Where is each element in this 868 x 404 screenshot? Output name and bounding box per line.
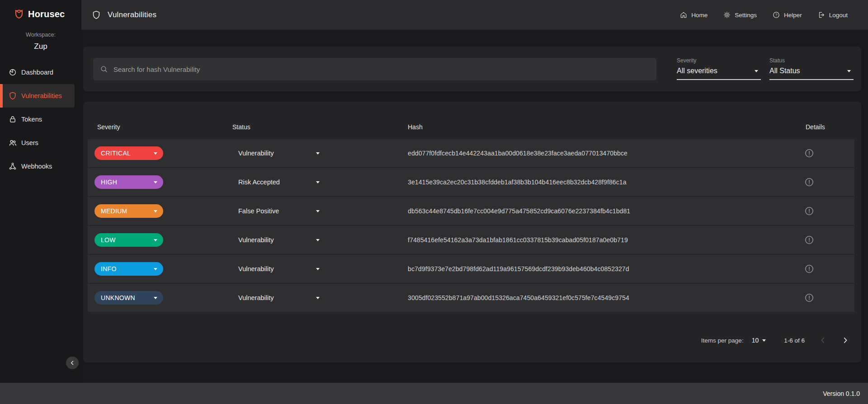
chevron-left-icon xyxy=(68,359,76,367)
details-icon[interactable] xyxy=(804,293,814,303)
table-body: CRITICAL Vulnerability edd077f0fdfcecb14… xyxy=(88,139,854,313)
sidebar-item-webhooks[interactable]: Webhooks xyxy=(0,155,81,178)
chevron-down-icon xyxy=(154,268,157,270)
chevron-down-icon xyxy=(316,181,320,183)
sidebar-item-label: Webhooks xyxy=(21,163,52,170)
helper-button[interactable]: ? Helper xyxy=(772,11,802,19)
details-icon[interactable] xyxy=(804,206,814,216)
page-title: Vulnerabilities xyxy=(108,10,156,19)
horusec-logo-icon xyxy=(13,8,25,20)
items-per-page-value: 10 xyxy=(752,337,759,344)
severity-badge-dropdown[interactable]: MEDIUM xyxy=(94,204,163,218)
status-dropdown[interactable]: False Positive xyxy=(238,197,320,225)
severity-badge-dropdown[interactable]: HIGH xyxy=(94,175,163,189)
sidebar-item-label: Vulnerabilities xyxy=(21,92,62,99)
severity-label: UNKNOWN xyxy=(101,294,135,301)
chevron-down-icon xyxy=(154,210,157,212)
status-label: Risk Accepted xyxy=(238,179,280,186)
severity-label: CRITICAL xyxy=(101,150,131,157)
status-dropdown[interactable]: Vulnerability xyxy=(238,226,320,254)
status-filter-label: Status xyxy=(769,57,854,64)
severity-badge-dropdown[interactable]: CRITICAL xyxy=(94,146,163,160)
severity-label: HIGH xyxy=(101,179,117,186)
app-logo: Horusec xyxy=(13,8,65,20)
details-icon[interactable] xyxy=(804,235,814,245)
filter-panel: Severity All severities Status All Statu… xyxy=(83,47,861,91)
severity-filter-select[interactable]: Severity All severities xyxy=(677,57,761,80)
search-box xyxy=(93,58,656,80)
status-dropdown[interactable]: Vulnerability xyxy=(238,255,320,283)
chevron-down-icon xyxy=(316,297,320,299)
version-label: Version 0.1.0 xyxy=(823,390,860,397)
topbar: Vulnerabilities Home Settings ? Helper L… xyxy=(81,0,868,30)
settings-button[interactable]: Settings xyxy=(723,11,757,19)
lock-icon xyxy=(8,115,21,124)
column-header-details: Details xyxy=(806,123,825,131)
details-icon[interactable] xyxy=(804,177,814,187)
chevron-down-icon xyxy=(762,339,766,342)
severity-label: LOW xyxy=(101,236,116,244)
vulnerability-hash: 3005df023552b871a97ab00d15326aca7450a645… xyxy=(408,284,629,312)
severity-filter-value: All severities xyxy=(677,67,717,75)
sidebar-collapse-button[interactable] xyxy=(66,357,79,369)
search-icon xyxy=(100,65,108,74)
severity-badge-dropdown[interactable]: UNKNOWN xyxy=(94,291,163,305)
column-header-status: Status xyxy=(232,123,250,131)
status-label: False Positive xyxy=(238,207,279,215)
help-icon: ? xyxy=(772,11,780,19)
home-label: Home xyxy=(691,12,708,19)
status-dropdown[interactable]: Risk Accepted xyxy=(238,168,320,196)
chevron-left-icon xyxy=(818,336,827,345)
items-per-page-select[interactable]: 10 xyxy=(752,337,769,344)
shield-icon xyxy=(8,91,21,100)
logout-button[interactable]: Logout xyxy=(817,11,848,19)
logout-label: Logout xyxy=(829,12,848,19)
status-filter-value: All Status xyxy=(769,67,800,75)
status-dropdown[interactable]: Vulnerability xyxy=(238,139,320,167)
table-row: HIGH Risk Accepted 3e1415e39ca2ec20c31b3… xyxy=(88,168,854,196)
table-row: UNKNOWN Vulnerability 3005df023552b871a9… xyxy=(88,284,854,312)
shield-icon xyxy=(91,10,101,20)
status-label: Vulnerability xyxy=(238,150,274,157)
chevron-down-icon xyxy=(154,181,157,183)
severity-badge-dropdown[interactable]: LOW xyxy=(94,233,163,247)
items-per-page-label: Items per page: xyxy=(701,337,744,344)
column-header-severity: Severity xyxy=(97,123,120,131)
sidebar-item-tokens[interactable]: Tokens xyxy=(0,108,81,131)
previous-page-button[interactable] xyxy=(818,336,827,345)
helper-label: Helper xyxy=(784,12,802,19)
chevron-down-icon xyxy=(755,70,758,72)
status-dropdown[interactable]: Vulnerability xyxy=(238,284,320,312)
footer: Version 0.1.0 xyxy=(0,383,868,404)
home-button[interactable]: Home xyxy=(679,11,708,19)
vulnerability-hash: 3e1415e39ca2ec20c31b38cfddeb1af38b3b104b… xyxy=(408,168,627,196)
severity-label: INFO xyxy=(101,265,117,272)
table-row: MEDIUM False Positive db563c44e8745db16f… xyxy=(88,197,854,225)
status-label: Vulnerability xyxy=(238,294,274,301)
gear-icon xyxy=(723,11,731,19)
vulnerabilities-table: Severity Status Hash Details CRITICAL Vu… xyxy=(83,102,861,362)
settings-label: Settings xyxy=(735,12,757,19)
search-input[interactable] xyxy=(113,66,656,73)
table-row: CRITICAL Vulnerability edd077f0fdfcecb14… xyxy=(88,139,854,167)
severity-label: MEDIUM xyxy=(101,207,127,215)
chevron-down-icon xyxy=(316,239,320,241)
status-filter-select[interactable]: Status All Status xyxy=(769,57,854,80)
sidebar-nav: Dashboard Vulnerabilities Tokens Users W… xyxy=(0,61,81,178)
vulnerability-hash: edd077f0fdfcecb14e442243aa1ba00d0618e38e… xyxy=(408,139,627,167)
severity-badge-dropdown[interactable]: INFO xyxy=(94,262,163,276)
chevron-down-icon xyxy=(154,239,157,241)
page-heading: Vulnerabilities xyxy=(91,10,156,20)
next-page-button[interactable] xyxy=(841,336,850,345)
sidebar-item-users[interactable]: Users xyxy=(0,131,81,155)
chevron-down-icon xyxy=(154,152,157,155)
details-icon[interactable] xyxy=(804,264,814,274)
severity-filter-label: Severity xyxy=(677,57,761,64)
sidebar-item-dashboard[interactable]: Dashboard xyxy=(0,61,81,84)
vulnerability-hash: db563c44e8745db16fe7cc004e9d775a475852cd… xyxy=(408,197,630,225)
status-label: Vulnerability xyxy=(238,236,274,244)
details-icon[interactable] xyxy=(804,148,814,158)
sidebar-item-vulnerabilities[interactable]: Vulnerabilities xyxy=(0,84,75,108)
app-name: Horusec xyxy=(28,9,65,19)
chevron-down-icon xyxy=(316,210,320,212)
